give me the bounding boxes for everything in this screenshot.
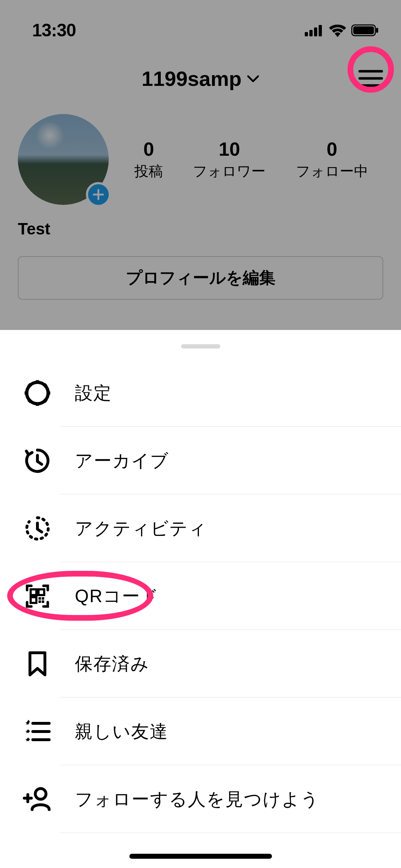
svg-rect-32 [38, 600, 41, 603]
username-label: 1199samp [142, 67, 242, 91]
stat-following-count: 0 [296, 138, 368, 160]
menu-item-settings[interactable]: 設定 [0, 359, 401, 427]
svg-rect-31 [42, 600, 44, 603]
bookmark-icon [26, 650, 49, 678]
stat-posts-count: 0 [134, 138, 163, 160]
svg-rect-27 [31, 589, 36, 595]
menu-label: アクティビティ [75, 517, 207, 541]
menu-label: アーカイブ [75, 449, 169, 473]
home-indicator[interactable] [129, 854, 272, 859]
close-friends-icon: ★★★ [24, 719, 51, 744]
svg-rect-28 [38, 589, 44, 595]
stat-posts-label: 投稿 [134, 161, 163, 181]
add-person-icon [23, 786, 52, 812]
qr-icon [24, 582, 51, 610]
svg-rect-5 [353, 26, 374, 34]
hamburger-icon [358, 68, 383, 88]
archive-icon [24, 447, 51, 475]
svg-rect-29 [31, 597, 36, 603]
svg-line-24 [44, 399, 46, 402]
menu-item-discover[interactable]: フォローする人を見つけよう [0, 765, 401, 833]
status-time: 13:30 [32, 20, 76, 41]
stat-posts[interactable]: 0 投稿 [134, 138, 163, 181]
stat-followers-label: フォロワー [193, 161, 266, 181]
stat-followers[interactable]: 10 フォロワー [193, 138, 266, 181]
svg-rect-0 [305, 32, 308, 36]
username-dropdown[interactable]: 1199samp [142, 67, 259, 91]
menu-item-activity[interactable]: アクティビティ [0, 495, 401, 562]
cellular-icon [305, 24, 324, 36]
menu-item-qr[interactable]: QRコード [0, 562, 401, 630]
menu-label: フォローする人を見つけよう [75, 787, 319, 811]
svg-rect-3 [319, 25, 322, 36]
activity-icon [24, 515, 51, 542]
menu-item-archive[interactable]: アーカイブ [0, 427, 401, 495]
menu-label: QRコード [75, 584, 159, 608]
wifi-icon [328, 24, 347, 37]
menu-item-close-friends[interactable]: ★★★ 親しい友達 [0, 698, 401, 765]
menu-label: 保存済み [75, 652, 149, 676]
gear-icon [24, 379, 51, 407]
svg-text:★: ★ [25, 720, 30, 726]
menu-item-saved[interactable]: 保存済み [0, 630, 401, 698]
svg-line-26 [44, 384, 46, 387]
svg-line-23 [29, 384, 31, 387]
stat-followers-count: 10 [193, 138, 266, 160]
svg-text:★: ★ [25, 737, 30, 743]
menu-button[interactable] [358, 68, 383, 88]
display-name: Test [0, 208, 401, 242]
chevron-down-icon [247, 74, 259, 83]
svg-rect-33 [42, 597, 44, 600]
svg-line-25 [29, 399, 31, 402]
battery-icon [351, 24, 380, 37]
menu-label: 設定 [75, 381, 112, 405]
stat-following-label: フォロー中 [296, 161, 368, 181]
sheet-grabber[interactable] [181, 344, 220, 348]
svg-rect-30 [38, 597, 41, 600]
plus-icon [92, 188, 104, 201]
add-story-badge[interactable] [86, 182, 111, 207]
edit-profile-button[interactable]: プロフィールを編集 [18, 256, 383, 300]
svg-rect-2 [314, 27, 317, 36]
avatar[interactable] [18, 114, 109, 205]
menu-label: 親しい友達 [75, 720, 168, 744]
svg-text:★: ★ [25, 728, 30, 734]
svg-rect-6 [376, 28, 378, 33]
status-icons [305, 24, 380, 37]
stat-following[interactable]: 0 フォロー中 [296, 138, 368, 181]
svg-rect-1 [309, 30, 313, 36]
svg-point-43 [35, 789, 46, 799]
bottom-sheet: 設定 アーカイブ アクティビティ [0, 330, 401, 868]
